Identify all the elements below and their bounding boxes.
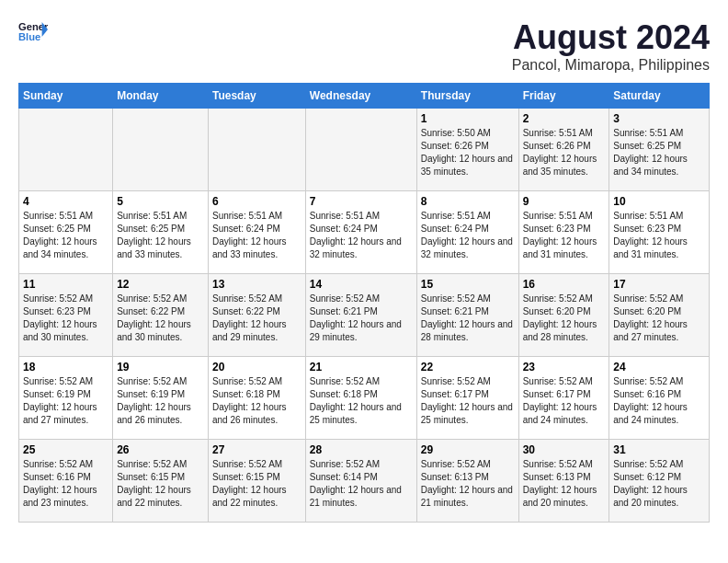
calendar-cell: 4Sunrise: 5:51 AM Sunset: 6:25 PM Daylig… xyxy=(19,191,113,274)
calendar-cell: 24Sunrise: 5:52 AM Sunset: 6:16 PM Dayli… xyxy=(609,357,710,440)
calendar-cell: 25Sunrise: 5:52 AM Sunset: 6:16 PM Dayli… xyxy=(19,440,113,523)
calendar-cell: 18Sunrise: 5:52 AM Sunset: 6:19 PM Dayli… xyxy=(19,357,113,440)
day-number: 29 xyxy=(421,443,515,456)
day-number: 1 xyxy=(421,112,515,125)
calendar-cell: 12Sunrise: 5:52 AM Sunset: 6:22 PM Dayli… xyxy=(113,274,209,357)
day-info: Sunrise: 5:52 AM Sunset: 6:13 PM Dayligh… xyxy=(421,458,515,510)
calendar-cell: 14Sunrise: 5:52 AM Sunset: 6:21 PM Dayli… xyxy=(305,274,416,357)
calendar-cell: 10Sunrise: 5:51 AM Sunset: 6:23 PM Dayli… xyxy=(609,191,710,274)
calendar-cell: 16Sunrise: 5:52 AM Sunset: 6:20 PM Dayli… xyxy=(518,274,609,357)
day-number: 5 xyxy=(117,195,204,208)
calendar-cell: 8Sunrise: 5:51 AM Sunset: 6:24 PM Daylig… xyxy=(416,191,518,274)
day-info: Sunrise: 5:52 AM Sunset: 6:20 PM Dayligh… xyxy=(613,293,705,344)
day-number: 11 xyxy=(23,278,108,291)
day-info: Sunrise: 5:52 AM Sunset: 6:16 PM Dayligh… xyxy=(23,458,108,510)
day-info: Sunrise: 5:51 AM Sunset: 6:23 PM Dayligh… xyxy=(523,210,606,261)
calendar-week-row: 4Sunrise: 5:51 AM Sunset: 6:25 PM Daylig… xyxy=(19,191,710,274)
weekday-header-sunday: Sunday xyxy=(19,84,113,109)
calendar-cell: 30Sunrise: 5:52 AM Sunset: 6:13 PM Dayli… xyxy=(518,440,609,523)
calendar-cell: 7Sunrise: 5:51 AM Sunset: 6:24 PM Daylig… xyxy=(305,191,416,274)
day-number: 20 xyxy=(212,361,301,373)
calendar-cell: 28Sunrise: 5:52 AM Sunset: 6:14 PM Dayli… xyxy=(305,440,416,523)
day-number: 24 xyxy=(613,361,705,373)
day-info: Sunrise: 5:51 AM Sunset: 6:24 PM Dayligh… xyxy=(310,210,413,261)
logo: General Blue xyxy=(18,18,48,44)
calendar-cell: 13Sunrise: 5:52 AM Sunset: 6:22 PM Dayli… xyxy=(209,274,306,357)
calendar-week-row: 1Sunrise: 5:50 AM Sunset: 6:26 PM Daylig… xyxy=(19,109,710,191)
day-number: 17 xyxy=(613,278,705,291)
day-number: 3 xyxy=(613,112,705,125)
calendar-cell: 6Sunrise: 5:51 AM Sunset: 6:24 PM Daylig… xyxy=(209,191,306,274)
title-area: August 2024 Pancol, Mimaropa, Philippine… xyxy=(512,18,710,74)
calendar-cell xyxy=(209,109,306,191)
day-number: 28 xyxy=(310,443,413,456)
day-info: Sunrise: 5:52 AM Sunset: 6:17 PM Dayligh… xyxy=(421,375,515,427)
calendar-cell: 1Sunrise: 5:50 AM Sunset: 6:26 PM Daylig… xyxy=(416,109,518,191)
calendar-cell: 22Sunrise: 5:52 AM Sunset: 6:17 PM Dayli… xyxy=(416,357,518,440)
calendar-table: SundayMondayTuesdayWednesdayThursdayFrid… xyxy=(18,83,710,523)
day-number: 13 xyxy=(212,278,301,291)
day-info: Sunrise: 5:50 AM Sunset: 6:26 PM Dayligh… xyxy=(421,127,515,178)
day-number: 14 xyxy=(310,278,413,291)
calendar-cell xyxy=(305,109,416,191)
day-info: Sunrise: 5:52 AM Sunset: 6:19 PM Dayligh… xyxy=(117,375,204,427)
day-number: 8 xyxy=(421,195,515,208)
calendar-cell xyxy=(19,109,113,191)
day-number: 4 xyxy=(23,195,108,208)
day-number: 9 xyxy=(523,195,606,208)
day-info: Sunrise: 5:51 AM Sunset: 6:25 PM Dayligh… xyxy=(23,210,108,261)
day-info: Sunrise: 5:52 AM Sunset: 6:22 PM Dayligh… xyxy=(117,293,204,344)
logo-icon: General Blue xyxy=(18,18,48,44)
calendar-cell: 31Sunrise: 5:52 AM Sunset: 6:12 PM Dayli… xyxy=(609,440,710,523)
day-info: Sunrise: 5:52 AM Sunset: 6:20 PM Dayligh… xyxy=(523,293,606,344)
day-info: Sunrise: 5:52 AM Sunset: 6:21 PM Dayligh… xyxy=(310,293,413,344)
day-number: 23 xyxy=(523,361,606,373)
page-subtitle: Pancol, Mimaropa, Philippines xyxy=(512,57,710,74)
weekday-header-friday: Friday xyxy=(518,84,609,109)
day-number: 2 xyxy=(523,112,606,125)
day-info: Sunrise: 5:51 AM Sunset: 6:25 PM Dayligh… xyxy=(117,210,204,261)
calendar-cell: 19Sunrise: 5:52 AM Sunset: 6:19 PM Dayli… xyxy=(113,357,209,440)
day-number: 26 xyxy=(117,443,204,456)
day-number: 15 xyxy=(421,278,515,291)
calendar-cell: 3Sunrise: 5:51 AM Sunset: 6:25 PM Daylig… xyxy=(609,109,710,191)
day-info: Sunrise: 5:52 AM Sunset: 6:23 PM Dayligh… xyxy=(23,293,108,344)
day-number: 12 xyxy=(117,278,204,291)
header: General Blue August 2024 Pancol, Mimarop… xyxy=(18,18,710,74)
day-info: Sunrise: 5:52 AM Sunset: 6:12 PM Dayligh… xyxy=(613,458,705,510)
day-number: 21 xyxy=(310,361,413,373)
day-number: 6 xyxy=(212,195,301,208)
calendar-cell: 23Sunrise: 5:52 AM Sunset: 6:17 PM Dayli… xyxy=(518,357,609,440)
calendar-week-row: 25Sunrise: 5:52 AM Sunset: 6:16 PM Dayli… xyxy=(19,440,710,523)
day-info: Sunrise: 5:52 AM Sunset: 6:18 PM Dayligh… xyxy=(212,375,301,427)
day-info: Sunrise: 5:51 AM Sunset: 6:24 PM Dayligh… xyxy=(212,210,301,261)
day-info: Sunrise: 5:51 AM Sunset: 6:26 PM Dayligh… xyxy=(523,127,606,178)
day-number: 18 xyxy=(23,361,108,373)
day-info: Sunrise: 5:52 AM Sunset: 6:18 PM Dayligh… xyxy=(310,375,413,427)
day-number: 31 xyxy=(613,443,705,456)
day-number: 10 xyxy=(613,195,705,208)
day-info: Sunrise: 5:52 AM Sunset: 6:15 PM Dayligh… xyxy=(117,458,204,510)
weekday-header-row: SundayMondayTuesdayWednesdayThursdayFrid… xyxy=(19,84,710,109)
day-info: Sunrise: 5:52 AM Sunset: 6:19 PM Dayligh… xyxy=(23,375,108,427)
weekday-header-monday: Monday xyxy=(113,84,209,109)
svg-text:Blue: Blue xyxy=(18,31,40,42)
calendar-cell: 5Sunrise: 5:51 AM Sunset: 6:25 PM Daylig… xyxy=(113,191,209,274)
calendar-cell: 2Sunrise: 5:51 AM Sunset: 6:26 PM Daylig… xyxy=(518,109,609,191)
calendar-cell: 17Sunrise: 5:52 AM Sunset: 6:20 PM Dayli… xyxy=(609,274,710,357)
calendar-cell: 15Sunrise: 5:52 AM Sunset: 6:21 PM Dayli… xyxy=(416,274,518,357)
calendar-week-row: 18Sunrise: 5:52 AM Sunset: 6:19 PM Dayli… xyxy=(19,357,710,440)
day-info: Sunrise: 5:52 AM Sunset: 6:13 PM Dayligh… xyxy=(523,458,606,510)
calendar-cell: 29Sunrise: 5:52 AM Sunset: 6:13 PM Dayli… xyxy=(416,440,518,523)
calendar-cell xyxy=(113,109,209,191)
day-info: Sunrise: 5:51 AM Sunset: 6:23 PM Dayligh… xyxy=(613,210,705,261)
calendar-week-row: 11Sunrise: 5:52 AM Sunset: 6:23 PM Dayli… xyxy=(19,274,710,357)
calendar-cell: 26Sunrise: 5:52 AM Sunset: 6:15 PM Dayli… xyxy=(113,440,209,523)
calendar-cell: 21Sunrise: 5:52 AM Sunset: 6:18 PM Dayli… xyxy=(305,357,416,440)
calendar-cell: 11Sunrise: 5:52 AM Sunset: 6:23 PM Dayli… xyxy=(19,274,113,357)
day-number: 30 xyxy=(523,443,606,456)
day-info: Sunrise: 5:51 AM Sunset: 6:25 PM Dayligh… xyxy=(613,127,705,178)
day-info: Sunrise: 5:52 AM Sunset: 6:21 PM Dayligh… xyxy=(421,293,515,344)
weekday-header-saturday: Saturday xyxy=(609,84,710,109)
day-number: 25 xyxy=(23,443,108,456)
